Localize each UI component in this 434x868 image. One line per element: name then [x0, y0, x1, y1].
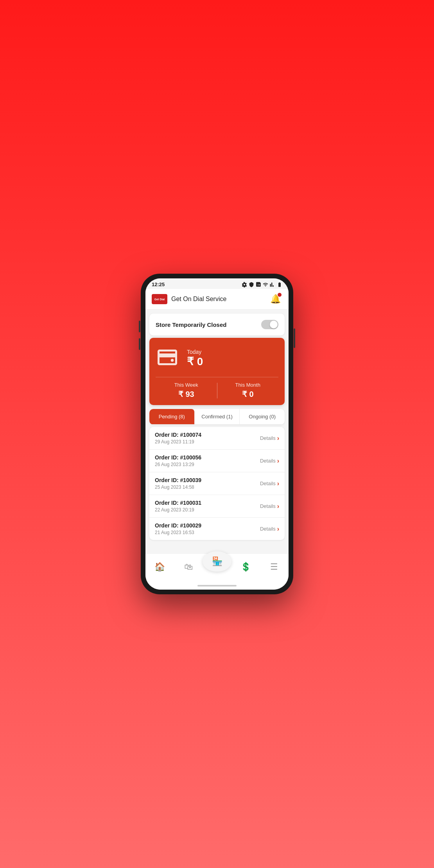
nav-home[interactable]: 🏠	[145, 562, 174, 572]
app-bar-left: Get Dial Get On Dial Service	[152, 294, 226, 304]
nav-earnings[interactable]: 💲	[231, 562, 260, 572]
toggle-knob	[270, 321, 278, 328]
wifi-icon	[263, 282, 268, 287]
app-logo: Get Dial	[152, 294, 167, 304]
home-icon: 🏠	[154, 562, 165, 572]
store-closed-label: Store Temporarily Closed	[156, 321, 226, 328]
nav-menu[interactable]: ☰	[260, 562, 289, 572]
order-details-button[interactable]: Details ›	[260, 457, 279, 464]
app-title: Get On Dial Service	[171, 296, 226, 303]
orders-list: Order ID: #100074 29 Aug 2023 11:19 Deta…	[149, 427, 285, 540]
shield-icon	[249, 282, 254, 287]
main-content: Store Temporarily Closed Today	[145, 310, 289, 553]
vol-down-button	[139, 338, 140, 350]
wallet-svg	[156, 346, 179, 369]
status-time: 12:25	[152, 282, 165, 287]
wallet-icon	[156, 346, 179, 371]
month-section: This Month ₹ 0	[217, 382, 279, 399]
store-closed-toggle[interactable]	[261, 320, 278, 329]
tabs-row: Pending (8) Confirmed (1) Ongoing (0)	[149, 409, 285, 425]
earnings-bottom: This Week ₹ 93 This Month ₹ 0	[156, 377, 278, 399]
home-bar	[197, 585, 237, 586]
chevron-right-icon: ›	[277, 435, 279, 442]
chevron-right-icon: ›	[277, 503, 279, 510]
chevron-right-icon: ›	[277, 480, 279, 487]
order-date: 22 Aug 2023 20:19	[155, 507, 201, 513]
home-indicator	[145, 582, 289, 590]
store-closed-card: Store Temporarily Closed	[149, 314, 285, 335]
chevron-right-icon: ›	[277, 457, 279, 464]
order-date: 21 Aug 2023 16:53	[155, 530, 201, 535]
svg-point-0	[171, 359, 174, 362]
status-icons	[242, 282, 282, 287]
table-row[interactable]: Order ID: #100056 26 Aug 2023 13:29 Deta…	[149, 450, 285, 472]
battery-icon	[277, 282, 282, 287]
details-label: Details	[260, 435, 276, 441]
table-row[interactable]: Order ID: #100029 21 Aug 2023 16:53 Deta…	[149, 518, 285, 540]
week-section: This Week ₹ 93	[156, 382, 217, 399]
nav-store-center[interactable]: 🏪	[203, 551, 231, 572]
nav-orders[interactable]: 🛍	[174, 562, 203, 572]
tab-confirmed[interactable]: Confirmed (1)	[195, 409, 240, 424]
bottom-nav: 🏠 🛍 🏪 💲 ☰	[145, 553, 289, 582]
phone-frame: 12:25 Get Dial Get	[141, 274, 293, 594]
order-info: Order ID: #100074 29 Aug 2023 11:19	[155, 432, 201, 445]
table-row[interactable]: Order ID: #100074 29 Aug 2023 11:19 Deta…	[149, 427, 285, 450]
signal-icon	[270, 282, 275, 287]
today-amount: ₹ 0	[187, 355, 203, 368]
store-icon: 🏪	[212, 556, 222, 567]
earnings-card: Today ₹ 0 This Week ₹ 93 This Month ₹ 0	[149, 338, 285, 405]
tab-pending[interactable]: Pending (8)	[149, 409, 195, 424]
details-label: Details	[260, 526, 276, 532]
bag-icon: 🛍	[184, 562, 193, 572]
week-amount: ₹ 93	[156, 389, 217, 399]
order-info: Order ID: #100039 25 Aug 2023 14:58	[155, 477, 201, 490]
chevron-right-icon: ›	[277, 525, 279, 533]
details-label: Details	[260, 458, 276, 464]
order-id: Order ID: #100039	[155, 477, 201, 483]
order-date: 29 Aug 2023 11:19	[155, 439, 201, 445]
details-label: Details	[260, 481, 276, 486]
order-info: Order ID: #100031 22 Aug 2023 20:19	[155, 500, 201, 513]
order-info: Order ID: #100056 26 Aug 2023 13:29	[155, 454, 201, 467]
order-details-button[interactable]: Details ›	[260, 480, 279, 487]
tab-confirmed-label: Confirmed (1)	[201, 414, 232, 420]
order-id: Order ID: #100074	[155, 432, 201, 438]
order-id: Order ID: #100029	[155, 522, 201, 529]
order-date: 25 Aug 2023 14:58	[155, 484, 201, 490]
status-bar: 12:25	[145, 278, 289, 289]
phone-screen: 12:25 Get Dial Get	[145, 278, 289, 590]
order-id: Order ID: #100031	[155, 500, 201, 506]
power-button	[294, 328, 295, 348]
month-amount: ₹ 0	[217, 389, 279, 399]
today-label: Today	[187, 349, 203, 355]
table-row[interactable]: Order ID: #100039 25 Aug 2023 14:58 Deta…	[149, 472, 285, 495]
app-bar: Get Dial Get On Dial Service 🔔	[145, 289, 289, 310]
notification-badge	[278, 293, 282, 297]
order-details-button[interactable]: Details ›	[260, 503, 279, 510]
earnings-top: Today ₹ 0	[156, 346, 278, 371]
order-details-button[interactable]: Details ›	[260, 525, 279, 533]
dollar-icon: 💲	[240, 562, 251, 572]
order-id: Order ID: #100056	[155, 454, 201, 461]
today-section: Today ₹ 0	[187, 349, 203, 368]
tab-ongoing[interactable]: Ongoing (0)	[240, 409, 285, 424]
tab-pending-label: Pending (8)	[159, 414, 185, 420]
tab-ongoing-label: Ongoing (0)	[249, 414, 276, 420]
week-label: This Week	[156, 382, 217, 388]
menu-icon: ☰	[270, 562, 278, 572]
order-date: 26 Aug 2023 13:29	[155, 462, 201, 467]
order-tabs: Pending (8) Confirmed (1) Ongoing (0)	[149, 409, 285, 425]
vol-up-button	[139, 321, 140, 332]
notification-button[interactable]: 🔔	[268, 292, 282, 306]
details-label: Details	[260, 503, 276, 509]
gear-icon	[242, 282, 247, 287]
logo-text: Get Dial	[154, 298, 165, 301]
order-details-button[interactable]: Details ›	[260, 435, 279, 442]
table-row[interactable]: Order ID: #100031 22 Aug 2023 20:19 Deta…	[149, 495, 285, 518]
month-label: This Month	[217, 382, 279, 388]
sim-icon	[256, 282, 261, 287]
order-info: Order ID: #100029 21 Aug 2023 16:53	[155, 522, 201, 535]
